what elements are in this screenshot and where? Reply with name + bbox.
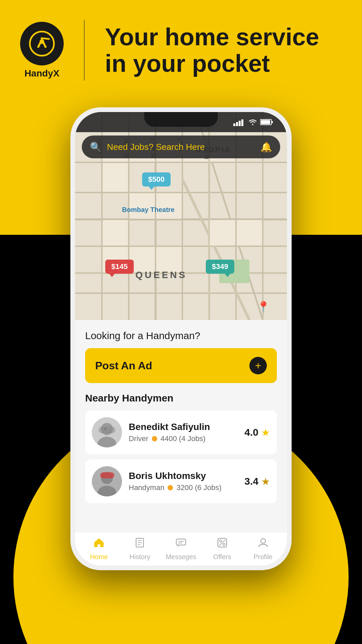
header: HandyX Your home service in your pocket (20, 20, 319, 80)
pin-145-label: $145 (105, 260, 134, 274)
logo-icon (28, 30, 55, 57)
nav-label-history: History (129, 553, 150, 561)
svg-rect-37 (156, 247, 182, 272)
handyman-meta-2: Handyman 3200 (6 Jobs) (129, 483, 238, 492)
svg-rect-4 (239, 121, 241, 126)
history-icon (134, 537, 145, 551)
svg-rect-44 (99, 427, 115, 433)
phone-mockup: QUEENS UTOPIA Bombay Theatre 168 St 169t… (70, 107, 292, 570)
battery-icon (260, 119, 274, 125)
map-area-label: QUEENS (135, 270, 187, 280)
map-area: QUEENS UTOPIA Bombay Theatre 168 St 169t… (75, 112, 287, 320)
svg-rect-2 (233, 123, 235, 126)
phone-inner: QUEENS UTOPIA Bombay Theatre 168 St 169t… (75, 112, 287, 566)
nav-item-offers[interactable]: Offers (207, 537, 237, 561)
handyman-card-2[interactable]: Boris Ukhtomsky Handyman 3200 (6 Jobs) 3… (85, 460, 277, 503)
handyman-info-1: Benedikt Safiyulin Driver 4400 (4 Jobs) (129, 422, 238, 443)
svg-rect-53 (176, 539, 186, 545)
post-ad-label: Post An Ad (95, 360, 152, 372)
phone-notch (144, 112, 218, 127)
nav-item-profile[interactable]: Profile (248, 537, 278, 561)
map-location-pin: 📍 (257, 301, 270, 313)
tagline: Your home service in your pocket (105, 24, 319, 77)
online-dot-1 (152, 436, 157, 441)
svg-rect-39 (237, 220, 262, 246)
plus-icon: + (249, 357, 267, 374)
home-icon (93, 537, 105, 551)
handyman-name-1: Benedikt Safiyulin (129, 422, 238, 432)
search-bar[interactable]: 🔍 Need Jobs? Search Here 🔔 (82, 136, 280, 158)
svg-rect-7 (272, 121, 273, 123)
handyman-avatar-2 (92, 466, 122, 496)
search-icon: 🔍 (90, 142, 102, 153)
rating-area-1: 4.0 ★ (244, 427, 270, 438)
handyman-name-2: Boris Ukhtomsky (129, 471, 238, 481)
svg-rect-3 (236, 122, 238, 126)
svg-rect-8 (261, 120, 270, 124)
bell-icon[interactable]: 🔔 (260, 142, 272, 153)
star-icon-1: ★ (261, 427, 270, 438)
content-area: Looking for a Handyman? Post An Ad + Nea… (75, 320, 287, 532)
header-divider (84, 20, 85, 80)
messages-icon (175, 537, 187, 551)
star-icon-2: ★ (261, 476, 270, 487)
handyman-info-2: Boris Ukhtomsky Handyman 3200 (6 Jobs) (129, 471, 238, 492)
handyman-avatar-1 (92, 417, 122, 447)
rating-num-1: 4.0 (244, 427, 258, 438)
logo-container: HandyX (20, 22, 64, 79)
nav-label-offers: Offers (213, 553, 231, 561)
phone-outer: QUEENS UTOPIA Bombay Theatre 168 St 169t… (70, 107, 292, 570)
looking-text: Looking for a Handyman? (85, 330, 277, 341)
handyman-jobs-2: 3200 (6 Jobs) (176, 483, 222, 492)
bottom-nav: Home History (75, 532, 287, 566)
handyman-role-1: Driver (129, 434, 148, 443)
handyman-meta-1: Driver 4400 (4 Jobs) (129, 434, 238, 443)
svg-rect-48 (100, 472, 114, 478)
online-dot-2 (168, 485, 173, 490)
wifi-icon (248, 118, 257, 126)
map-pin-500[interactable]: $500 (142, 172, 171, 186)
svg-line-59 (219, 540, 225, 546)
app-name: HandyX (24, 68, 59, 79)
handyman-card-1[interactable]: Benedikt Safiyulin Driver 4400 (4 Jobs) … (85, 411, 277, 454)
tagline-text: Your home service in your pocket (105, 24, 319, 77)
nav-item-messages[interactable]: Messeges (166, 537, 196, 561)
svg-point-60 (261, 539, 265, 543)
nav-label-profile: Profile (254, 553, 273, 561)
svg-point-57 (220, 540, 222, 542)
handyman-jobs-1: 4400 (4 Jobs) (161, 434, 206, 443)
nav-item-home[interactable]: Home (84, 537, 114, 561)
map-pin-145[interactable]: $145 (105, 260, 134, 274)
svg-point-1 (40, 39, 44, 44)
svg-point-58 (223, 543, 225, 545)
nearby-section-title: Nearby Handymen (85, 392, 277, 404)
handyman-role-2: Handyman (129, 483, 164, 492)
background: HandyX Your home service in your pocket (0, 0, 362, 644)
pin-349-label: $349 (206, 260, 234, 274)
post-ad-button[interactable]: Post An Ad + (85, 348, 277, 383)
svg-rect-38 (210, 220, 235, 246)
search-placeholder: Need Jobs? Search Here (107, 142, 260, 152)
offers-icon (217, 537, 228, 551)
signal-icon (233, 118, 245, 126)
logo-circle (20, 22, 64, 65)
status-icons (233, 118, 274, 126)
pin-500-label: $500 (142, 172, 171, 186)
map-poi-label: Bombay Theatre (122, 206, 175, 214)
rating-num-2: 3.4 (244, 476, 258, 487)
svg-rect-28 (103, 163, 128, 192)
nav-item-history[interactable]: History (125, 537, 155, 561)
nav-label-home: Home (90, 553, 108, 561)
profile-icon (257, 537, 269, 551)
svg-rect-34 (103, 220, 128, 246)
rating-area-2: 3.4 ★ (244, 476, 270, 487)
nav-label-messages: Messeges (166, 553, 196, 561)
map-pin-349[interactable]: $349 (206, 260, 234, 274)
svg-rect-5 (241, 119, 243, 126)
